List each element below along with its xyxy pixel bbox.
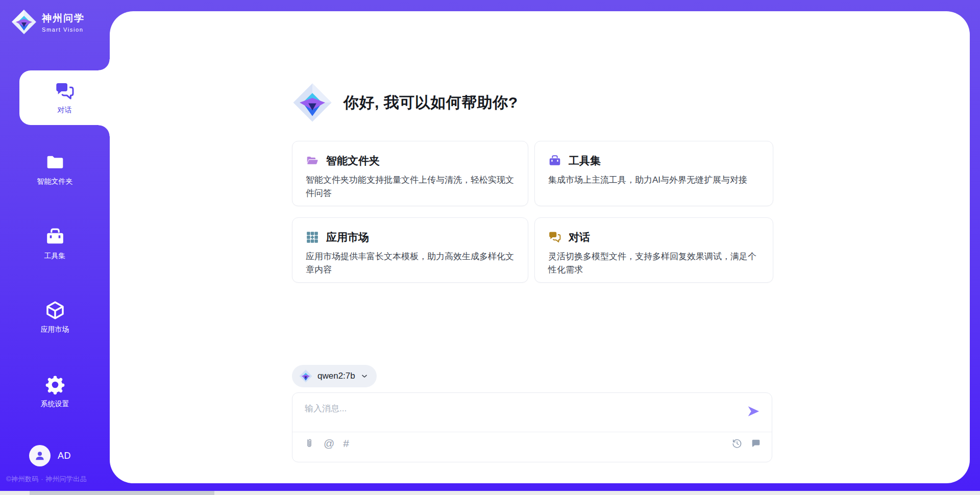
message-composer: @ # [292,392,772,462]
grid-icon [306,231,319,244]
app-logo-text: 神州问学 Smart Vision [42,12,85,33]
sidebar-item-label: 工具集 [44,252,66,261]
paperclip-icon [304,438,315,449]
card-title: 应用市场 [326,230,369,244]
toolbox-icon [548,154,561,167]
sidebar-item-smart-folder[interactable]: 智能文件夹 [0,152,110,186]
card-head: 工具集 [548,154,760,168]
comment-icon [750,438,762,449]
history-icon [731,438,743,449]
card-description: 应用市场提供丰富长文本模板，助力高效生成多样化文章内容 [306,250,514,277]
toolbox-icon [45,227,65,247]
card-head: 智能文件夹 [306,154,514,168]
card-description: 集成市场上主流工具，助力AI与外界无缝扩展与对接 [548,174,760,187]
sidebar-item-toolset[interactable]: 工具集 [0,227,110,261]
model-name: qwen2:7b [317,371,355,381]
send-icon [746,404,761,418]
horizontal-scrollbar[interactable] [0,491,980,495]
card-title: 工具集 [569,154,601,168]
at-icon[interactable]: @ [324,438,334,449]
sidebar-item-label: 应用市场 [41,325,69,334]
copyright-footer: ©神州数码 · 神州问学出品 [6,475,87,484]
card-description: 灵活切换多模型文件，支持多样回复效果调试，满足个性化需求 [548,250,760,277]
folder-icon [45,152,65,172]
composer-divider [292,432,772,432]
app-title: 神州问学 [42,12,85,25]
card-app-market[interactable]: 应用市场 应用市场提供丰富长文本模板，助力高效生成多样化文章内容 [292,217,528,283]
sidebar-item-label: 对话 [58,106,72,115]
user-name: AD [58,451,71,461]
avatar [29,445,51,466]
chat-icon [548,231,561,244]
hash-icon[interactable]: # [343,438,349,449]
card-title: 智能文件夹 [326,154,380,168]
card-description: 智能文件夹功能支持批量文件上传与清洗，轻松实现文件问答 [306,174,514,201]
sidebar-item-chat[interactable]: 对话 [19,70,110,125]
greeting-header: 你好, 我可以如何帮助你? [292,82,518,123]
sidebar-item-settings[interactable]: 系统设置 [0,375,110,409]
user-profile[interactable]: AD [29,445,71,466]
message-input[interactable] [305,401,733,416]
card-toolset[interactable]: 工具集 集成市场上主流工具，助力AI与外界无缝扩展与对接 [534,141,773,206]
diamond-logo-icon [11,9,37,35]
card-head: 应用市场 [306,230,514,244]
attach-file-button[interactable] [304,438,315,449]
app-subtitle: Smart Vision [42,27,85,33]
cube-icon [45,300,65,320]
sidebar-item-app-market[interactable]: 应用市场 [0,300,110,334]
chat-icon [55,81,75,102]
diamond-logo-icon [299,369,312,383]
composer-toolbar: @ # [304,438,349,449]
feedback-button[interactable] [750,438,762,449]
diamond-logo-icon [292,82,332,123]
card-chat[interactable]: 对话 灵活切换多模型文件，支持多样回复效果调试，满足个性化需求 [534,217,773,283]
main-content-panel: 你好, 我可以如何帮助你? 智能文件夹 智能文件夹功能支持批量文件上传与清洗，轻… [110,11,970,483]
sidebar: 神州问学 Smart Vision 对话 智能文件夹 工具集 应用市场 [0,0,110,491]
greeting-text: 你好, 我可以如何帮助你? [344,92,518,113]
sidebar-item-label: 系统设置 [41,400,69,409]
feature-cards: 智能文件夹 智能文件夹功能支持批量文件上传与清洗，轻松实现文件问答 工具集 集成… [292,141,773,283]
user-avatar-icon [33,449,46,462]
app-logo: 神州问学 Smart Vision [11,9,85,35]
composer-toolbar-right [731,438,762,449]
history-button[interactable] [731,438,743,449]
send-button[interactable] [746,404,761,418]
gear-icon [45,375,65,395]
chevron-down-icon [360,372,369,380]
card-smart-folder[interactable]: 智能文件夹 智能文件夹功能支持批量文件上传与清洗，轻松实现文件问答 [292,141,528,206]
card-title: 对话 [569,230,590,244]
model-selector[interactable]: qwen2:7b [292,365,377,387]
card-head: 对话 [548,230,760,244]
folder-open-icon [306,154,319,167]
sidebar-item-label: 智能文件夹 [37,177,73,186]
scrollbar-thumb[interactable] [30,491,214,495]
